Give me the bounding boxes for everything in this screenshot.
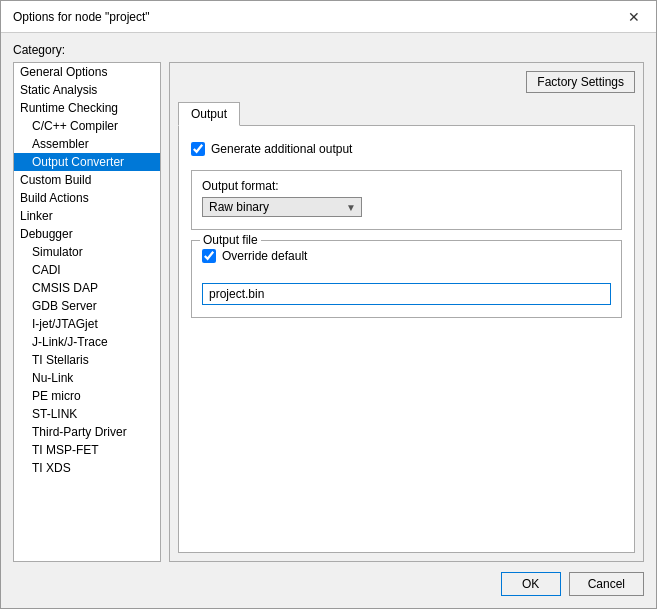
sidebar-item-general-options[interactable]: General Options [14, 63, 160, 81]
sidebar-item-debugger[interactable]: Debugger [14, 225, 160, 243]
title-bar: Options for node "project" ✕ [1, 1, 656, 33]
sidebar-item-cmsis-dap[interactable]: CMSIS DAP [14, 279, 160, 297]
sidebar-item-static-analysis[interactable]: Static Analysis [14, 81, 160, 99]
sidebar-item-custom-build[interactable]: Custom Build [14, 171, 160, 189]
sidebar-item-st-link[interactable]: ST-LINK [14, 405, 160, 423]
sidebar-item-ti-xds[interactable]: TI XDS [14, 459, 160, 477]
bottom-buttons: OK Cancel [13, 562, 644, 596]
tab-content: Generate additional output Output format… [178, 126, 635, 553]
output-format-select[interactable]: Raw binaryIntel HEXMotorola S-recordsBin… [202, 197, 362, 217]
sidebar-item-gdb-server[interactable]: GDB Server [14, 297, 160, 315]
output-format-dropdown-wrapper: Raw binaryIntel HEXMotorola S-recordsBin… [202, 197, 362, 217]
tab-output-tab[interactable]: Output [178, 102, 240, 126]
override-default-checkbox[interactable] [202, 249, 216, 263]
output-file-input[interactable] [202, 283, 611, 305]
sidebar: General OptionsStatic AnalysisRuntime Ch… [13, 62, 161, 562]
sidebar-item-linker[interactable]: Linker [14, 207, 160, 225]
generate-output-checkbox[interactable] [191, 142, 205, 156]
dialog: Options for node "project" ✕ Category: G… [0, 0, 657, 609]
tab-bar: Output [178, 101, 635, 126]
output-file-group-title: Output file [200, 233, 261, 247]
dialog-body: Category: General OptionsStatic Analysis… [1, 33, 656, 608]
output-format-group: Output format: Raw binaryIntel HEXMotoro… [191, 170, 622, 230]
sidebar-item-simulator[interactable]: Simulator [14, 243, 160, 261]
sidebar-item-output-converter[interactable]: Output Converter [14, 153, 160, 171]
sidebar-item-ti-msp-fet[interactable]: TI MSP-FET [14, 441, 160, 459]
sidebar-item-jlink-jtrace[interactable]: J-Link/J-Trace [14, 333, 160, 351]
sidebar-item-build-actions[interactable]: Build Actions [14, 189, 160, 207]
ok-button[interactable]: OK [501, 572, 561, 596]
sidebar-item-nu-link[interactable]: Nu-Link [14, 369, 160, 387]
output-format-label: Output format: [202, 179, 611, 193]
main-panel: Factory Settings Output Generate additio… [169, 62, 644, 562]
override-default-row: Override default [202, 249, 611, 263]
sidebar-item-ti-stellaris[interactable]: TI Stellaris [14, 351, 160, 369]
sidebar-item-pe-micro[interactable]: PE micro [14, 387, 160, 405]
sidebar-item-i-jet-jtagjet[interactable]: I-jet/JTAGjet [14, 315, 160, 333]
generate-output-label: Generate additional output [211, 142, 352, 156]
output-file-group: Output file Override default [191, 240, 622, 318]
factory-btn-row: Factory Settings [178, 71, 635, 93]
factory-settings-button[interactable]: Factory Settings [526, 71, 635, 93]
sidebar-item-runtime-checking[interactable]: Runtime Checking [14, 99, 160, 117]
content-area: General OptionsStatic AnalysisRuntime Ch… [13, 62, 644, 562]
override-default-label: Override default [222, 249, 307, 263]
cancel-button[interactable]: Cancel [569, 572, 644, 596]
sidebar-item-assembler[interactable]: Assembler [14, 135, 160, 153]
sidebar-item-third-party-driver[interactable]: Third-Party Driver [14, 423, 160, 441]
category-label: Category: [13, 43, 644, 57]
dialog-title: Options for node "project" [13, 10, 150, 24]
generate-output-row: Generate additional output [191, 142, 622, 156]
sidebar-item-c-cpp-compiler[interactable]: C/C++ Compiler [14, 117, 160, 135]
close-button[interactable]: ✕ [624, 7, 644, 27]
sidebar-item-cadi[interactable]: CADI [14, 261, 160, 279]
